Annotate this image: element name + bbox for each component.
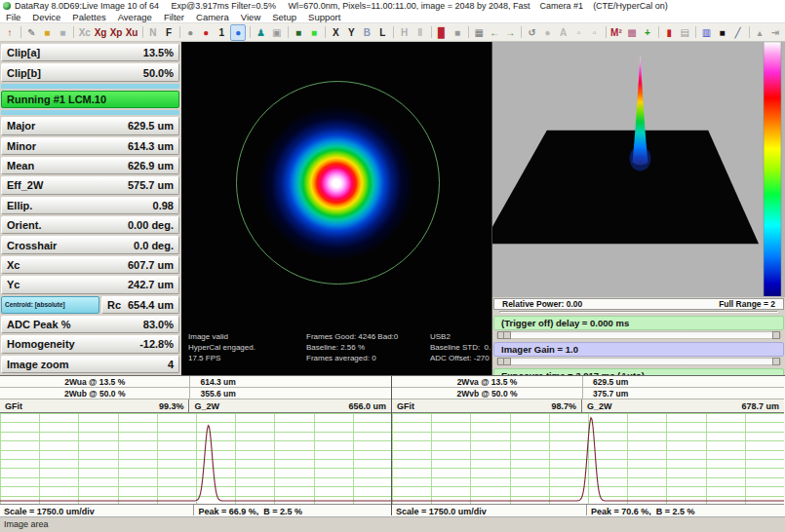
cam-small-2-icon[interactable]: ▫ — [588, 25, 602, 40]
crosshair-label: Crosshair — [7, 240, 57, 251]
f-mode-icon[interactable]: F — [162, 25, 176, 40]
dataray-window: DataRay 8.0D69:Live Image 10 of 64 Exp@3… — [0, 0, 785, 532]
row-clip-b[interactable]: Clip[b] 50.0% — [1, 63, 179, 81]
up-small-icon[interactable]: ▴ — [753, 25, 766, 40]
send-arrow-icon[interactable]: ↑ — [3, 25, 17, 40]
user-icon[interactable]: ♟ — [255, 25, 268, 40]
h-toggle-icon[interactable]: H — [398, 25, 412, 40]
menu-support[interactable]: Support — [302, 12, 346, 22]
title-bar: DataRay 8.0D69:Live Image 10 of 64 Exp@3… — [0, 0, 785, 12]
row-orient[interactable]: Orient. 0.00 deg. — [1, 216, 179, 234]
v-g2w-label: G_2W — [587, 401, 612, 411]
imager-gain-slider[interactable] — [496, 358, 781, 365]
row-ellip[interactable]: Ellip. 0.98 — [1, 197, 179, 214]
trigger-delay-slider[interactable] — [496, 331, 781, 339]
b-toggle-icon[interactable]: B — [360, 25, 373, 40]
menu-setup[interactable]: Setup — [266, 12, 302, 22]
edit-pencil-icon[interactable]: ✎ — [24, 25, 38, 40]
gray-panel-icon[interactable]: ■ — [451, 25, 464, 40]
open-folder-icon[interactable]: ■ — [40, 25, 54, 40]
info-circle-icon[interactable]: ● — [230, 24, 246, 41]
row-clip-a[interactable]: Clip[a] 13.5% — [1, 44, 179, 61]
average-one-icon[interactable]: 1 — [215, 25, 228, 40]
row-yc[interactable]: Yc 242.7 um — [1, 276, 179, 293]
v-profile-curve — [392, 413, 784, 504]
lock-icon[interactable]: ▣ — [270, 25, 284, 40]
menu-camera[interactable]: Camera — [190, 12, 235, 22]
cam-small-icon[interactable]: ▫ — [572, 25, 586, 40]
xc-mode-icon[interactable]: Xc — [78, 25, 92, 40]
slider-end-cap — [772, 358, 780, 365]
row-eff-2w[interactable]: Eff_2W 575.7 um — [1, 176, 179, 194]
clip-a-value: 13.5% — [143, 47, 174, 58]
blue-strip-bottom — [1, 110, 179, 115]
row-major[interactable]: Major 629.5 um — [1, 117, 179, 134]
status-bar: Image area — [0, 515, 785, 532]
save-file-icon[interactable]: ■ — [56, 25, 69, 40]
black-display-icon[interactable]: ■ — [716, 25, 729, 40]
grid-view-icon[interactable]: ▦ — [472, 25, 486, 40]
clip-b-label: Clip[b] — [7, 67, 41, 79]
running-status-banner[interactable]: Running #1 LCM.10 — [1, 91, 179, 108]
row-mean[interactable]: Mean 626.9 um — [1, 157, 179, 174]
centroid-mode-button[interactable]: Centroid: [absolute] — [1, 296, 99, 314]
beam-image-2d[interactable]: Image valid HyperCal engaged. 17.5 FPS F… — [181, 42, 491, 375]
gaussian-curve — [0, 426, 391, 501]
thermo-pin-icon[interactable]: ▮ — [662, 25, 676, 40]
disabled-circle-icon[interactable]: ● — [541, 25, 555, 40]
v-g2w-value: 678.7 um — [741, 401, 779, 411]
2wva-label: 2Wva @ 13.5 % — [457, 377, 518, 387]
2wua-label: 2Wua @ 13.5 % — [64, 377, 125, 387]
add-plus-icon[interactable]: + — [641, 25, 654, 40]
v-profile-plot[interactable] — [392, 413, 784, 505]
adc-peak-value: 83.0% — [143, 319, 174, 330]
menu-palettes[interactable]: Palettes — [66, 12, 111, 22]
menu-filter[interactable]: Filter — [158, 12, 190, 22]
end-arrow-icon[interactable]: ⇥ — [768, 25, 782, 40]
u-scale-value: Scale = 1750.0 um/div — [4, 507, 95, 516]
xu-mode-icon[interactable]: Xu — [125, 25, 138, 40]
gray-circle-icon[interactable]: ● — [183, 25, 197, 40]
row-homogeneity[interactable]: Homogeneity -12.8% — [1, 335, 179, 353]
u-profile-plot[interactable] — [0, 413, 391, 505]
record-circle-icon[interactable]: ● — [199, 25, 213, 40]
m2-measure-icon[interactable]: M² — [609, 25, 623, 40]
next-arrow-icon[interactable]: → — [503, 25, 517, 40]
bars-red-blue-icon[interactable]: ▥ — [700, 25, 714, 40]
menu-file[interactable]: File — [0, 12, 26, 22]
menu-view[interactable]: View — [235, 12, 266, 22]
image-zoom-value: 4 — [168, 359, 174, 370]
x-axis-icon[interactable]: X — [329, 25, 342, 40]
n-mode-icon[interactable]: N — [146, 25, 160, 40]
refresh-icon[interactable]: ↺ — [526, 25, 539, 40]
pause-icon[interactable]: ‖ — [413, 25, 427, 40]
y-axis-icon[interactable]: Y — [344, 25, 358, 40]
measurements-panel: Clip[a] 13.5% Clip[b] 50.0% Running #1 L… — [0, 42, 181, 375]
v-width-row-2: 2Wvb @ 50.0 % 375.7 um — [392, 388, 784, 399]
dark-green-square-icon[interactable]: ■ — [292, 25, 305, 40]
row-adc-peak[interactable]: ADC Peak % 83.0% — [1, 316, 179, 333]
row-image-zoom[interactable]: Image zoom 4 — [1, 356, 179, 373]
2wub-value: 355.6 um — [200, 389, 235, 399]
beam-view-3d[interactable] — [492, 42, 785, 297]
slider-handle[interactable] — [503, 358, 511, 365]
menu-device[interactable]: Device — [26, 12, 66, 22]
row-crosshair[interactable]: Crosshair 0.0 deg. — [1, 236, 179, 253]
rc-cell[interactable]: Rc 654.4 um — [101, 296, 179, 314]
row-xc[interactable]: Xc 607.7 um — [1, 256, 179, 274]
l-toggle-icon[interactable]: L — [375, 25, 389, 40]
palette-small-icon[interactable]: ▩ — [625, 25, 639, 40]
prev-arrow-icon[interactable]: ← — [488, 25, 501, 40]
font-a-icon[interactable]: A — [557, 25, 570, 40]
image-zoom-label: Image zoom — [7, 359, 69, 370]
menu-average[interactable]: Average — [112, 12, 158, 22]
slider-handle[interactable] — [503, 331, 511, 339]
trend-chart-icon[interactable]: ╱ — [731, 25, 745, 40]
v-gfit-value: 98.7% — [551, 401, 576, 411]
red-notebook-icon[interactable]: ▉ — [435, 25, 449, 40]
row-minor[interactable]: Minor 614.3 um — [1, 137, 179, 155]
xp-mode-icon[interactable]: Xp — [109, 25, 123, 40]
xg-mode-icon[interactable]: Xg — [94, 25, 107, 40]
printer-icon[interactable]: ▤ — [678, 25, 691, 40]
bright-green-square-icon[interactable]: ■ — [307, 25, 321, 40]
